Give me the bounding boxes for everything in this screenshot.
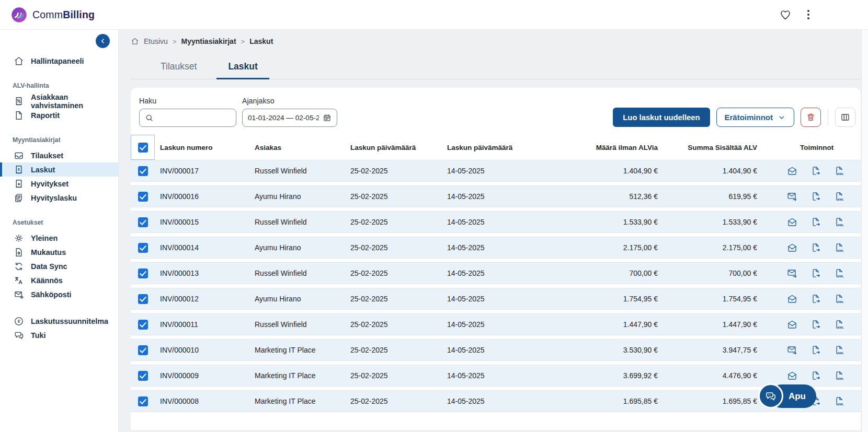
sidebar-item-label: Asiakkaan vahvistaminen bbox=[31, 93, 118, 110]
net-amount-cell: 1.447,90 € bbox=[559, 320, 659, 329]
batch-actions-button[interactable]: Erätoiminnot bbox=[716, 108, 795, 127]
download-xml-button[interactable]: XML bbox=[834, 319, 844, 330]
email-invoice-button[interactable] bbox=[787, 370, 797, 381]
app-logo[interactable]: CommBilling bbox=[10, 6, 95, 24]
table-row[interactable]: INV/000017Russell Winfield25-02-202514-0… bbox=[131, 160, 861, 182]
export-document-button[interactable] bbox=[810, 345, 821, 355]
svg-text:XML: XML bbox=[838, 403, 844, 406]
export-document-button[interactable] bbox=[810, 370, 821, 381]
table-row[interactable]: INV/000008Marketing IT Place25-02-202514… bbox=[131, 390, 861, 412]
sidebar-item-raportit[interactable]: Raportit bbox=[0, 108, 118, 122]
tab-laskut[interactable]: Laskut bbox=[212, 58, 273, 79]
row-actions-cell: XML bbox=[758, 294, 861, 304]
row-checkbox[interactable] bbox=[138, 243, 148, 253]
email-invoice-button[interactable] bbox=[787, 319, 797, 330]
sidebar-item-s-hk-posti[interactable]: Sähköposti bbox=[0, 287, 118, 301]
document-gear-icon bbox=[14, 247, 24, 258]
vertical-scrollbar[interactable] bbox=[861, 30, 868, 432]
export-document-button[interactable] bbox=[810, 242, 821, 253]
row-checkbox[interactable] bbox=[138, 371, 148, 381]
table-row[interactable]: INV/000012Ayumu Hirano25-02-202514-05-20… bbox=[131, 288, 861, 310]
sidebar-collapse-button[interactable] bbox=[96, 34, 110, 48]
row-checkbox[interactable] bbox=[138, 268, 148, 278]
invoice-date-cell: 25-02-2025 bbox=[345, 371, 442, 380]
table-row[interactable]: INV/000010Marketing IT Place25-02-202514… bbox=[131, 339, 861, 361]
column-settings-button[interactable] bbox=[835, 108, 855, 127]
email-invoice-button[interactable] bbox=[787, 166, 797, 176]
help-widget[interactable]: Apu bbox=[758, 383, 816, 408]
sidebar-item-hyvitykset[interactable]: Hyvitykset bbox=[0, 177, 118, 191]
download-xml-button[interactable]: XML bbox=[834, 396, 844, 406]
email-invoice-button[interactable] bbox=[787, 268, 797, 278]
breadcrumb-myyntiasiakirjat[interactable]: Myyntiasiakirjat bbox=[181, 37, 236, 45]
download-xml-button[interactable]: XML bbox=[834, 268, 844, 278]
table-row[interactable]: INV/000014Ayumu Hirano25-02-202514-05-20… bbox=[131, 237, 861, 259]
sidebar-item-hallintapaneeli[interactable]: Hallintapaneeli bbox=[0, 54, 118, 68]
due-date-cell: 14-05-2025 bbox=[442, 243, 559, 252]
sidebar-item-hyvityslasku[interactable]: Hyvityslasku bbox=[0, 191, 118, 205]
date-range-input[interactable]: 01-01-2024 — 02-05-202 bbox=[242, 109, 337, 127]
overflow-menu-icon[interactable] bbox=[805, 8, 812, 21]
due-date-cell: 14-05-2025 bbox=[442, 218, 559, 226]
sidebar-item-mukautus[interactable]: Mukautus bbox=[0, 245, 118, 259]
sidebar-section-myyntiasiakirjat: Myyntiasiakirjat bbox=[0, 136, 118, 144]
row-checkbox[interactable] bbox=[138, 217, 148, 227]
column-header-net-amount: Määrä ilman ALVia bbox=[559, 144, 659, 151]
email-invoice-button[interactable] bbox=[787, 242, 797, 253]
export-document-button[interactable] bbox=[810, 166, 821, 176]
delete-button[interactable] bbox=[801, 108, 821, 127]
invoice-date-cell: 25-02-2025 bbox=[345, 269, 442, 277]
sidebar-item-k-nn-s[interactable]: Käännös bbox=[0, 273, 118, 287]
row-checkbox[interactable] bbox=[138, 166, 148, 176]
row-actions-cell: XML bbox=[758, 166, 861, 176]
select-all-checkbox[interactable] bbox=[138, 143, 148, 153]
svg-text:XML: XML bbox=[838, 198, 844, 201]
email-invoice-button[interactable] bbox=[787, 345, 797, 355]
table-row[interactable]: INV/000011Russell Winfield25-02-202514-0… bbox=[131, 313, 861, 335]
breadcrumb-etusivu[interactable]: Etusivu bbox=[144, 37, 168, 45]
sidebar-item-laskutussuunnitelma[interactable]: €Laskutussuunnitelma bbox=[0, 314, 118, 328]
export-document-button[interactable] bbox=[810, 217, 821, 227]
download-xml-button[interactable]: XML bbox=[834, 242, 844, 253]
row-checkbox-cell bbox=[131, 186, 155, 207]
row-checkbox[interactable] bbox=[138, 294, 148, 304]
export-document-button[interactable] bbox=[810, 268, 821, 278]
favorites-heart-icon[interactable] bbox=[779, 8, 792, 21]
row-checkbox[interactable] bbox=[138, 396, 148, 406]
table-row[interactable]: INV/000009Marketing IT Place25-02-202514… bbox=[131, 365, 861, 387]
sidebar-item-yleinen[interactable]: Yleinen bbox=[0, 231, 118, 245]
email-invoice-button[interactable] bbox=[787, 191, 797, 202]
sidebar-item-laskut[interactable]: €Laskut bbox=[0, 162, 118, 177]
row-checkbox[interactable] bbox=[138, 320, 148, 330]
sidebar-item-tuki[interactable]: Tuki bbox=[0, 328, 118, 342]
sidebar-item-data-sync[interactable]: Data Sync bbox=[0, 259, 118, 273]
email-invoice-button[interactable] bbox=[787, 217, 797, 227]
export-document-button[interactable] bbox=[810, 294, 821, 304]
select-all-cell bbox=[131, 135, 155, 160]
table-row[interactable]: INV/000013Russell Winfield25-02-202514-0… bbox=[131, 262, 861, 284]
download-xml-button[interactable]: XML bbox=[834, 294, 844, 304]
net-amount-cell: 1.695,85 € bbox=[559, 397, 659, 405]
sidebar-item-label: Hyvityslasku bbox=[31, 194, 77, 202]
regenerate-invoices-button[interactable]: Luo laskut uudelleen bbox=[613, 108, 710, 127]
sidebar-item-tilaukset[interactable]: Tilaukset bbox=[0, 148, 118, 162]
email-invoice-button[interactable] bbox=[787, 294, 797, 304]
sidebar-item-label: Laskutussuunnitelma bbox=[31, 317, 108, 325]
export-document-button[interactable] bbox=[810, 319, 821, 330]
export-document-button[interactable] bbox=[810, 191, 821, 202]
table-row[interactable]: INV/000015Russell Winfield25-02-202514-0… bbox=[131, 211, 861, 233]
download-xml-button[interactable]: XML bbox=[834, 166, 844, 176]
table-row[interactable]: INV/000016Ayumu Hirano25-02-202514-05-20… bbox=[131, 185, 861, 207]
download-xml-button[interactable]: XML bbox=[834, 217, 844, 227]
download-xml-button[interactable]: XML bbox=[834, 191, 844, 202]
search-input[interactable] bbox=[158, 114, 231, 122]
download-xml-button[interactable]: XML bbox=[834, 345, 844, 355]
tab-tilaukset[interactable]: Tilaukset bbox=[145, 58, 212, 79]
download-xml-button[interactable]: XML bbox=[834, 370, 844, 381]
sidebar-item-asiakkaan-vahvistaminen[interactable]: Asiakkaan vahvistaminen bbox=[0, 94, 118, 108]
credit-note-icon bbox=[14, 179, 24, 189]
period-field-group: Ajanjakso 01-01-2024 — 02-05-202 bbox=[242, 97, 337, 127]
row-checkbox[interactable] bbox=[138, 345, 148, 355]
row-checkbox[interactable] bbox=[138, 192, 148, 202]
customer-cell: Marketing IT Place bbox=[249, 346, 345, 354]
